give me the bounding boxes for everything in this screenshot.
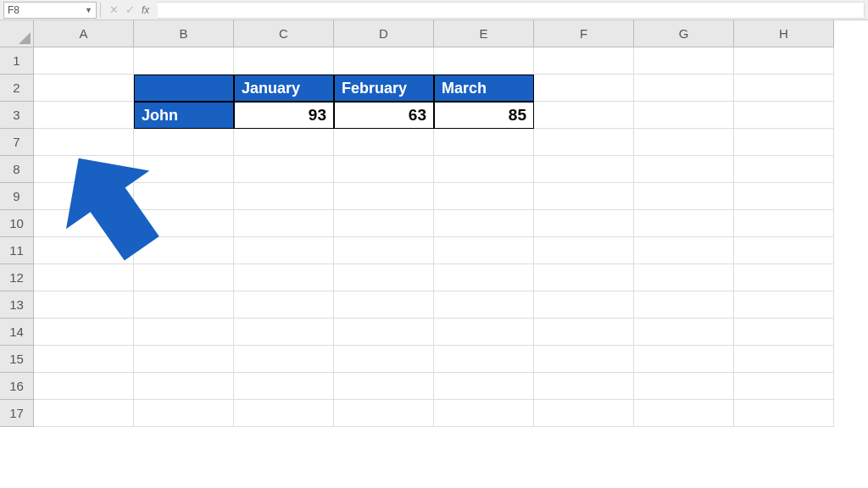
cell[interactable] <box>34 400 134 427</box>
cell[interactable] <box>334 156 434 183</box>
cell[interactable] <box>734 75 834 102</box>
cell[interactable] <box>234 183 334 210</box>
row-header[interactable]: 7 <box>0 129 34 156</box>
select-all-corner[interactable] <box>0 20 34 47</box>
cell[interactable] <box>534 183 634 210</box>
cell[interactable] <box>634 400 734 427</box>
cell[interactable] <box>534 156 634 183</box>
row-header[interactable]: 16 <box>0 373 34 400</box>
col-header-e[interactable]: E <box>434 20 534 47</box>
cell[interactable] <box>434 346 534 373</box>
cell[interactable] <box>534 210 634 237</box>
row-header[interactable]: 11 <box>0 237 34 264</box>
cell[interactable] <box>734 183 834 210</box>
row-header[interactable]: 17 <box>0 400 34 427</box>
cell[interactable] <box>34 373 134 400</box>
cell[interactable] <box>134 47 234 75</box>
row-header[interactable]: 15 <box>0 346 34 373</box>
cell[interactable] <box>334 319 434 346</box>
cell[interactable] <box>334 237 434 264</box>
cell[interactable] <box>634 291 734 319</box>
cell[interactable] <box>234 264 334 291</box>
cell[interactable] <box>134 183 234 210</box>
cell[interactable] <box>734 264 834 291</box>
cell[interactable] <box>134 291 234 319</box>
row-header[interactable]: 1 <box>0 47 34 75</box>
cell[interactable] <box>734 156 834 183</box>
cell[interactable] <box>734 291 834 319</box>
cell[interactable] <box>234 129 334 156</box>
cell[interactable] <box>434 237 534 264</box>
cell[interactable] <box>134 264 234 291</box>
cell[interactable] <box>234 373 334 400</box>
cell[interactable] <box>134 373 234 400</box>
cell[interactable] <box>434 319 534 346</box>
cell[interactable] <box>234 156 334 183</box>
spreadsheet-grid[interactable]: A B C D E F G H 1 2 January February Mar… <box>0 20 868 427</box>
fx-icon[interactable]: fx <box>142 4 149 16</box>
cell[interactable] <box>334 129 434 156</box>
cell[interactable] <box>434 291 534 319</box>
cell[interactable] <box>134 346 234 373</box>
row-header[interactable]: 3 <box>0 102 34 129</box>
cell[interactable] <box>634 373 734 400</box>
cell[interactable] <box>434 129 534 156</box>
name-box[interactable]: F8 ▼ <box>3 2 97 19</box>
cell[interactable] <box>34 319 134 346</box>
cell[interactable] <box>234 47 334 75</box>
cell[interactable] <box>434 156 534 183</box>
table-header-blank[interactable] <box>134 75 234 102</box>
cell[interactable] <box>34 129 134 156</box>
cell[interactable] <box>534 75 634 102</box>
table-header-february[interactable]: February <box>334 75 434 102</box>
enter-icon[interactable]: ✓ <box>125 3 135 16</box>
cell[interactable] <box>734 47 834 75</box>
cell[interactable] <box>634 102 734 129</box>
cell[interactable] <box>334 47 434 75</box>
col-header-b[interactable]: B <box>134 20 234 47</box>
col-header-a[interactable]: A <box>34 20 134 47</box>
cell[interactable] <box>534 373 634 400</box>
cell[interactable] <box>34 264 134 291</box>
table-cell-mar[interactable]: 85 <box>434 102 534 129</box>
cell[interactable] <box>434 210 534 237</box>
row-header[interactable]: 2 <box>0 75 34 102</box>
cell[interactable] <box>334 210 434 237</box>
cell[interactable] <box>334 291 434 319</box>
cell[interactable] <box>334 373 434 400</box>
cell[interactable] <box>234 346 334 373</box>
cell[interactable] <box>734 400 834 427</box>
cell[interactable] <box>534 291 634 319</box>
cell[interactable] <box>634 129 734 156</box>
cell[interactable] <box>234 237 334 264</box>
cell[interactable] <box>134 319 234 346</box>
cell[interactable] <box>34 183 134 210</box>
cell[interactable] <box>634 237 734 264</box>
cell[interactable] <box>134 156 234 183</box>
cell[interactable] <box>34 156 134 183</box>
cell[interactable] <box>634 75 734 102</box>
cell[interactable] <box>734 346 834 373</box>
cell[interactable] <box>234 319 334 346</box>
cell[interactable] <box>534 400 634 427</box>
cell[interactable] <box>234 400 334 427</box>
cell[interactable] <box>434 264 534 291</box>
cell[interactable] <box>34 75 134 102</box>
chevron-down-icon[interactable]: ▼ <box>85 6 92 14</box>
cell[interactable] <box>134 129 234 156</box>
cell[interactable] <box>734 129 834 156</box>
cell[interactable] <box>634 264 734 291</box>
table-header-january[interactable]: January <box>234 75 334 102</box>
table-header-march[interactable]: March <box>434 75 534 102</box>
col-header-d[interactable]: D <box>334 20 434 47</box>
cell[interactable] <box>234 210 334 237</box>
table-cell-jan[interactable]: 93 <box>234 102 334 129</box>
cell[interactable] <box>534 237 634 264</box>
cell[interactable] <box>134 237 234 264</box>
cell[interactable] <box>434 400 534 427</box>
cell[interactable] <box>734 102 834 129</box>
cell[interactable] <box>34 47 134 75</box>
row-header[interactable]: 9 <box>0 183 34 210</box>
cell[interactable] <box>534 346 634 373</box>
cell[interactable] <box>34 210 134 237</box>
